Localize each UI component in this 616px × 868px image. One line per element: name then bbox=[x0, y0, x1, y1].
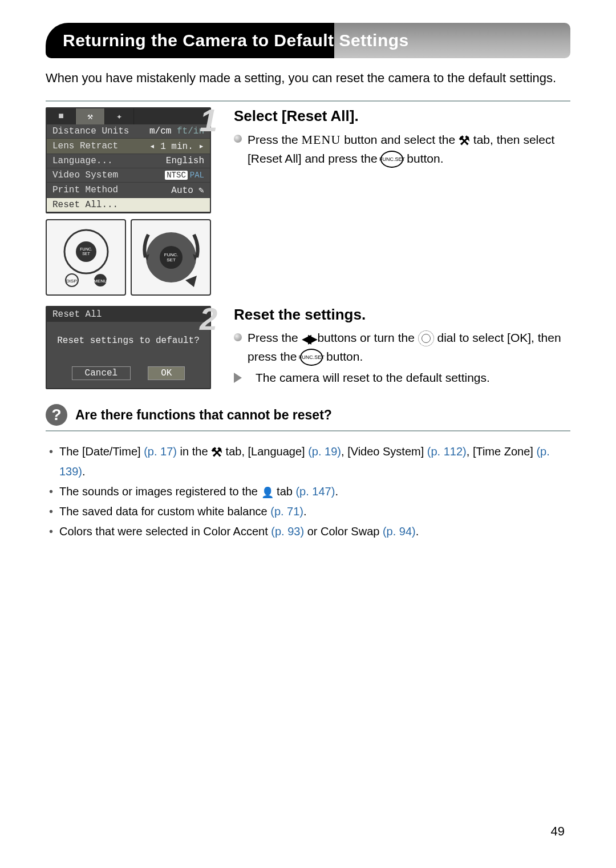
dial-ring-icon bbox=[418, 330, 434, 346]
step-number-1: 1 bbox=[200, 102, 217, 139]
lcd2-message: Reset settings to default? bbox=[52, 336, 204, 346]
lcd-lang-label: Language... bbox=[52, 156, 113, 166]
page-ref: (p. 17) bbox=[144, 445, 177, 458]
question-box: ? Are there functions that cannot be res… bbox=[46, 404, 570, 540]
question-mark-icon: ? bbox=[46, 404, 67, 426]
intro-text: When you have mistakenly made a setting,… bbox=[46, 70, 570, 87]
dpad-illustration-icon: FUNC. SET bbox=[137, 223, 205, 292]
step-2-title: Reset the settings. bbox=[234, 306, 570, 324]
step-1: ■ ⚒ ✦ Distance Units m/cm ft/in Lens Ret… bbox=[46, 107, 570, 296]
page-ref: (p. 19) bbox=[308, 445, 341, 458]
tools-tab-icon: ⚒ bbox=[211, 443, 222, 462]
manual-page: Returning the Camera to Default Settings… bbox=[0, 0, 616, 856]
lcd-lens-label: Lens Retract bbox=[52, 141, 118, 151]
svg-text:DISP.: DISP. bbox=[66, 278, 78, 284]
page-ref: (p. 93) bbox=[271, 525, 304, 538]
svg-text:SET: SET bbox=[82, 252, 90, 256]
section-title: Returning the Camera to Default Settings bbox=[63, 31, 409, 50]
lcd2-title: Reset All bbox=[47, 307, 210, 322]
svg-marker-14 bbox=[185, 276, 197, 287]
step-1-title: Select [Reset All]. bbox=[234, 107, 570, 125]
lcd-print-label: Print Method bbox=[52, 185, 118, 195]
left-right-arrows-icon: ◀▶ bbox=[302, 332, 314, 346]
page-ref: (p. 147) bbox=[295, 485, 335, 498]
lcd-reset-label: Reset All... bbox=[52, 200, 118, 210]
step-2-text-2: The camera will reset to the default set… bbox=[256, 369, 490, 386]
menu-button-word: MENU bbox=[302, 132, 341, 147]
lcd-video-label: Video System bbox=[52, 170, 118, 180]
svg-text:FUNC.: FUNC. bbox=[80, 247, 92, 251]
question-title: Are there functions that cannot be reset… bbox=[75, 407, 332, 423]
lcd-menu-screenshot: ■ ⚒ ✦ Distance Units m/cm ft/in Lens Ret… bbox=[46, 107, 211, 213]
diagram-dial-left: FUNC. SET DISP. MENU bbox=[46, 219, 126, 296]
diagram-dial-right: FUNC. SET bbox=[131, 219, 211, 296]
step-2: Reset All Reset settings to default? Can… bbox=[46, 306, 570, 390]
q-item-3: The saved data for custom white balance … bbox=[49, 503, 570, 520]
svg-text:SET: SET bbox=[167, 257, 176, 263]
func-set-icon: FUNC.SET bbox=[380, 151, 403, 168]
q-item-4: Colors that were selected in Color Accen… bbox=[49, 523, 570, 540]
lcd2-cancel-button: Cancel bbox=[72, 366, 131, 380]
control-diagrams: FUNC. SET DISP. MENU FUNC. SET bbox=[46, 219, 211, 296]
lcd-tab-person: ✦ bbox=[105, 108, 134, 124]
section-title-bar: Returning the Camera to Default Settings bbox=[46, 23, 570, 58]
tools-tab-icon: ⚒ bbox=[459, 132, 470, 150]
svg-text:MENU: MENU bbox=[94, 278, 107, 284]
person-tab-icon: 👤 bbox=[261, 485, 274, 501]
step-2-text-1: Press the ◀▶ buttons or turn the dial to… bbox=[248, 329, 570, 366]
bullet-icon bbox=[234, 333, 242, 341]
dial-illustration-icon: FUNC. SET DISP. MENU bbox=[55, 226, 117, 289]
lcd2-ok-button: OK bbox=[148, 366, 185, 380]
q-item-2: The sounds or images registered to the 👤… bbox=[49, 483, 570, 501]
triangle-bullet-icon bbox=[234, 373, 250, 383]
svg-text:FUNC.: FUNC. bbox=[164, 252, 177, 257]
page-number: 49 bbox=[551, 824, 565, 839]
lcd-distance-label: Distance Units bbox=[52, 126, 129, 136]
page-ref: (p. 112) bbox=[427, 445, 467, 458]
step-number-2: 2 bbox=[200, 300, 217, 337]
lcd-confirm-screenshot: Reset All Reset settings to default? Can… bbox=[46, 306, 211, 389]
lcd-tab-camera: ■ bbox=[47, 108, 76, 124]
separator bbox=[46, 100, 570, 102]
func-set-icon: FUNC.SET bbox=[300, 349, 323, 366]
page-ref: (p. 71) bbox=[270, 505, 303, 518]
lcd-tab-tools: ⚒ bbox=[76, 108, 105, 124]
q-item-1: The [Date/Time] (p. 17) in the ⚒ tab, [L… bbox=[49, 443, 570, 480]
bullet-icon bbox=[234, 135, 242, 143]
page-ref: (p. 94) bbox=[383, 525, 416, 538]
question-list: The [Date/Time] (p. 17) in the ⚒ tab, [L… bbox=[46, 443, 570, 540]
step-1-text: Press the MENU button and select the ⚒ t… bbox=[248, 131, 570, 168]
